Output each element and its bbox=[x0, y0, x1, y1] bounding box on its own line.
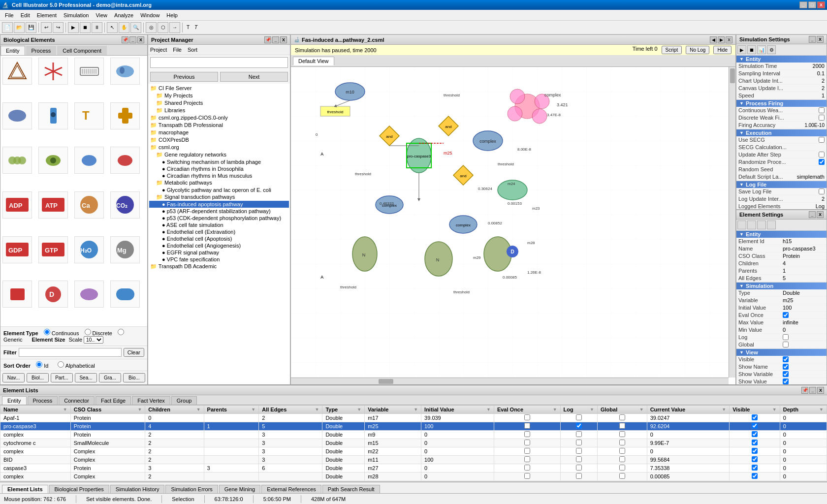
row-visible[interactable] bbox=[752, 448, 758, 454]
vscroll-thumb[interactable] bbox=[730, 68, 735, 83]
close-button[interactable]: X bbox=[817, 1, 825, 8]
row-log[interactable] bbox=[576, 448, 582, 454]
bio-item-gtp[interactable]: GTP bbox=[38, 236, 68, 263]
default-view-tab[interactable]: Default View bbox=[293, 57, 334, 65]
col-cso-class[interactable]: CSO Class ▼ bbox=[70, 406, 145, 414]
project-panel-min[interactable]: _ bbox=[272, 36, 279, 43]
menu-view[interactable]: View bbox=[93, 11, 110, 19]
bottom-tab-path-search[interactable]: Path Search Result bbox=[322, 485, 380, 493]
project-menu-sort[interactable]: Sort bbox=[188, 47, 197, 53]
col-initial-value[interactable]: Initial Value ▼ bbox=[421, 406, 494, 414]
canvas-close[interactable]: X bbox=[726, 36, 732, 43]
bio-item-extra1[interactable] bbox=[2, 281, 32, 308]
sim-save-log-check[interactable] bbox=[819, 189, 825, 194]
tree-endothelial-apo[interactable]: ● Endothelial cell (Apoptosis) bbox=[149, 235, 289, 242]
nav-button[interactable]: Nav... bbox=[2, 373, 25, 382]
col-log[interactable]: Log ▼ bbox=[560, 406, 597, 414]
prev-button[interactable]: Previous bbox=[150, 72, 218, 82]
row-visible[interactable] bbox=[752, 456, 758, 462]
bottom-tab-element-lists[interactable]: Element Lists bbox=[2, 485, 48, 493]
bio-item-1[interactable] bbox=[2, 58, 32, 85]
tree-csml-zipped[interactable]: 📁 csml.org.zipped-CIOS.0-only bbox=[149, 114, 289, 122]
bio-item-h2o[interactable]: H₂O bbox=[74, 236, 104, 263]
bio-item-9[interactable] bbox=[2, 147, 32, 174]
bottom-tab-gene-mining[interactable]: Gene Mining bbox=[219, 485, 260, 493]
sim-update-after-check[interactable] bbox=[819, 152, 825, 158]
scale-select[interactable]: 10... bbox=[84, 336, 103, 344]
row-log[interactable] bbox=[576, 440, 582, 445]
bio-item-extra4[interactable] bbox=[110, 281, 140, 308]
sim-run-btn[interactable]: ▶ bbox=[737, 45, 746, 54]
tree-ci-file-server[interactable]: 📁 CI File Server bbox=[149, 85, 289, 92]
canvas-nav-right[interactable]: ▶ bbox=[718, 36, 725, 43]
toolbar-redo[interactable]: ↪ bbox=[53, 22, 64, 33]
el-tab-process[interactable]: Process bbox=[28, 396, 58, 405]
tree-my-projects[interactable]: 📁 My Projects bbox=[149, 92, 289, 99]
row-visible[interactable] bbox=[752, 423, 758, 429]
toolbar-stop[interactable]: ⏹ bbox=[80, 22, 91, 33]
tree-p53-arf[interactable]: ● p53 (ARF-dependent stabilization pathw… bbox=[149, 208, 289, 215]
type-continuous-label[interactable]: Continuous bbox=[44, 330, 79, 336]
elem-btn1[interactable] bbox=[737, 220, 746, 229]
sim-panel-close[interactable]: X bbox=[817, 36, 824, 43]
bio-item-co2[interactable]: CO₂ bbox=[110, 191, 140, 219]
tree-gene-networks[interactable]: 📁 Gene regulatory networks bbox=[149, 151, 289, 158]
row-global[interactable] bbox=[619, 465, 625, 471]
tree-ase[interactable]: ● ASE cell fate simulation bbox=[149, 221, 289, 228]
sort-alpha-label[interactable]: Alphabetical bbox=[58, 363, 95, 369]
menu-simulation[interactable]: Simulation bbox=[61, 11, 92, 19]
table-row[interactable]: caspase3Protein336Doublem2707.353380 bbox=[0, 464, 827, 472]
menu-window[interactable]: Window bbox=[137, 11, 162, 19]
row-log[interactable] bbox=[576, 473, 582, 479]
tree-csml-org[interactable]: 📁 csml.org bbox=[149, 144, 289, 151]
gra-button[interactable]: Gra... bbox=[99, 373, 121, 382]
toolbar-add-edge[interactable]: → bbox=[169, 22, 180, 33]
bio-item-gdp[interactable]: GDP bbox=[2, 236, 32, 263]
sim-stop-btn[interactable]: ⏹ bbox=[747, 45, 756, 54]
toolbar-zoom[interactable]: 🔍 bbox=[130, 22, 141, 33]
canvas-vscrollbar[interactable] bbox=[729, 67, 735, 378]
type-discrete-radio[interactable] bbox=[85, 329, 91, 335]
tree-fas-apoptosis[interactable]: ● Fas-induced apoptosis pathway bbox=[149, 201, 289, 208]
row-global[interactable] bbox=[619, 456, 625, 462]
el-tab-entity[interactable]: Entity bbox=[2, 396, 27, 405]
menu-help[interactable]: Help bbox=[163, 11, 181, 19]
row-global[interactable] bbox=[619, 423, 625, 429]
tree-macrophage[interactable]: 📁 macrophage bbox=[149, 129, 289, 136]
bottom-tab-bio-properties[interactable]: Biological Properties bbox=[49, 485, 109, 493]
el-tab-connector[interactable]: Connector bbox=[59, 396, 95, 405]
bottom-tab-sim-errors[interactable]: Simulation Errors bbox=[165, 485, 218, 493]
toolbar-add-entity[interactable]: ◎ bbox=[146, 22, 157, 33]
tree-endothelial-ang[interactable]: ● Endothelial cell (Angiogenesis) bbox=[149, 242, 289, 249]
elem-show-name-check[interactable] bbox=[783, 364, 789, 370]
bio-item-8[interactable] bbox=[110, 102, 140, 129]
maximize-button[interactable]: □ bbox=[808, 1, 816, 8]
row-eval-once[interactable] bbox=[524, 473, 530, 479]
minimize-button[interactable]: _ bbox=[799, 1, 807, 8]
elem-show-var-check[interactable] bbox=[783, 371, 789, 377]
col-global[interactable]: Global ▼ bbox=[598, 406, 647, 414]
bio-button[interactable]: Bio... bbox=[123, 373, 145, 382]
toolbar-run[interactable]: ▶ bbox=[68, 22, 79, 33]
row-log[interactable] bbox=[576, 423, 582, 429]
col-parents[interactable]: Parents ▼ bbox=[204, 406, 259, 414]
bio-item-6[interactable] bbox=[38, 102, 68, 129]
row-log[interactable] bbox=[576, 431, 582, 437]
sim-entity-header[interactable]: Entity bbox=[736, 56, 827, 63]
col-all-edges[interactable]: All Edges ▼ bbox=[259, 406, 322, 414]
row-global[interactable] bbox=[619, 448, 625, 454]
row-visible[interactable] bbox=[752, 465, 758, 471]
bottom-tab-external-refs[interactable]: External References bbox=[261, 485, 321, 493]
no-log-button[interactable]: No Log bbox=[686, 46, 709, 54]
project-menu-project[interactable]: Project bbox=[150, 47, 167, 53]
toolbar-undo[interactable]: ↩ bbox=[41, 22, 52, 33]
part-button[interactable]: Part... bbox=[51, 373, 73, 382]
elem-btn3[interactable] bbox=[757, 220, 766, 229]
row-global[interactable] bbox=[619, 440, 625, 445]
tree-egfr[interactable]: ● EGFR signal pathway bbox=[149, 249, 289, 256]
bio-item-7[interactable]: T bbox=[74, 102, 104, 129]
toolbar-save[interactable]: 💾 bbox=[26, 22, 36, 33]
row-eval-once[interactable] bbox=[524, 440, 530, 445]
canvas-area[interactable]: m10 threshold and and pro-caspase3 bbox=[291, 67, 735, 384]
row-eval-once[interactable] bbox=[524, 448, 530, 454]
